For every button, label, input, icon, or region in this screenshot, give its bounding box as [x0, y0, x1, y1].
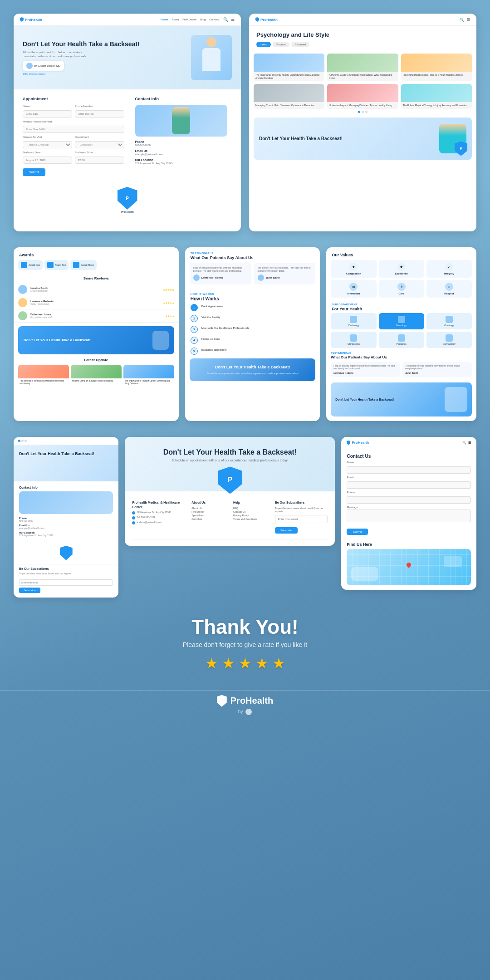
blog-search-icon[interactable]: 🔍 — [460, 18, 464, 22]
mobile-email-input[interactable] — [19, 579, 113, 586]
dermatology-icon — [446, 334, 453, 342]
department-select[interactable]: Cardiology — [75, 141, 124, 148]
footer-about-link-2[interactable]: Find Doctor — [191, 510, 227, 513]
blog-menu-icon[interactable]: ☰ — [467, 18, 470, 22]
blog-tab-latest[interactable]: Latest — [256, 42, 271, 47]
footer-about-link-4[interactable]: Complete — [191, 518, 227, 520]
footer-content: Prohealth Medical & Healthcare Center 12… — [125, 491, 335, 545]
map-pin — [406, 562, 412, 568]
shield-badge-icon: P — [118, 187, 137, 210]
dept-oncology[interactable]: Oncology — [426, 313, 472, 329]
phone-input[interactable] — [75, 110, 124, 118]
blog-tab-popular[interactable]: Popular — [273, 42, 289, 47]
latest-3[interactable]: The Importance of Regular Cancer Screeni… — [123, 365, 174, 387]
nav-find-doctor[interactable]: Find Doctor — [182, 18, 196, 21]
contact-name-input[interactable] — [347, 466, 471, 474]
footer-divider — [132, 539, 328, 539]
mobile-subscribe-button[interactable]: Subscribe — [19, 588, 40, 593]
dept-orthopedics[interactable]: Orthopedics — [331, 332, 376, 348]
dept-pediatrics[interactable]: Pediatrics — [379, 332, 424, 348]
nav-bar: ProHealth Home About Find Doctor Blog Co… — [14, 14, 241, 26]
star-2[interactable]: ★ — [222, 655, 235, 672]
testimonials-label: TESTIMONIALS — [185, 247, 320, 255]
contact-submit-button[interactable]: Submit — [347, 529, 368, 535]
reason-select[interactable]: Routine Checkup — [23, 141, 72, 148]
date-input[interactable] — [23, 157, 72, 164]
awards-reviews-card: Awards Award One Award Two Award Three S… — [14, 247, 179, 421]
dept-neurology[interactable]: Neurology — [379, 313, 424, 329]
blog-card-4[interactable]: Managing Chronic Pain: Treatment Options… — [254, 84, 324, 109]
vtest-card-2: The doctors here are excellent. They too… — [402, 362, 472, 377]
review-text-3: Very professional staff. — [30, 316, 53, 318]
map-marker — [407, 563, 411, 567]
contact-shield-icon — [347, 441, 350, 445]
footer-subscribe-button[interactable]: Subscribe — [275, 527, 298, 534]
footer-grid: Prohealth Medical & Healthcare Center 12… — [132, 500, 328, 533]
brand-footer: ProHealth by — [0, 690, 490, 726]
contact-email-input[interactable] — [347, 481, 471, 489]
blog-card-5[interactable]: Understanding and Managing Diabetes: Tip… — [327, 84, 398, 109]
nav-about[interactable]: About — [172, 18, 179, 21]
dept-cardiology[interactable]: Cardiology — [331, 313, 376, 329]
blog-card-6[interactable]: The Role of Physical Therapy in Injury R… — [401, 84, 472, 109]
contact-menu-icon[interactable]: ☰ — [468, 441, 471, 445]
nav-home[interactable]: Home — [161, 18, 168, 21]
blog-card-2[interactable]: A Parent's Guide to Childhood Vaccinatio… — [327, 54, 398, 81]
latest-1[interactable]: The Benefits of Mindfulness Meditation f… — [18, 365, 69, 387]
footer-about-link-3[interactable]: Specialties — [191, 514, 227, 517]
contact-message-textarea[interactable] — [347, 510, 471, 522]
blog-hero-text: Don't Let Your Health Take a Backseat! — [259, 136, 439, 142]
footer-cta-card: Don't Let Your Health Take a Backseat! S… — [125, 437, 335, 546]
search-icon[interactable]: 🔍 — [223, 17, 228, 22]
value-icon-4: ⊕ — [349, 283, 358, 291]
time-input[interactable] — [75, 157, 124, 164]
thank-you-section: Thank You! Please don't forget to give a… — [0, 602, 490, 690]
neurology-icon — [398, 316, 405, 323]
nav-contact[interactable]: Contact — [209, 18, 219, 21]
footer-about-link-1[interactable]: About Us — [191, 507, 227, 510]
star-1[interactable]: ★ — [205, 655, 218, 672]
footer-email-input[interactable] — [275, 515, 328, 523]
nav-blog[interactable]: Blog — [200, 18, 206, 21]
reason-field: Reason for Visit Routine Checkup — [23, 136, 72, 148]
award-icon-2 — [47, 262, 54, 268]
blog-header: Psychology and Life Style Latest Popular… — [249, 26, 476, 54]
step-icon-4: 4 — [191, 337, 198, 344]
blog-card-1[interactable]: The Importance of Mental Health: Underst… — [254, 54, 324, 81]
footer-shield-container — [134, 466, 326, 494]
values-cta: Don't Let Your Health Take a Backseat! — [331, 382, 472, 416]
contact-email: Email Us example@prohealth.com — [135, 149, 228, 156]
medical-input[interactable] — [23, 126, 124, 133]
step-2: 2 Visit the Facility — [191, 315, 315, 322]
latest-grid: The Benefits of Mindfulness Meditation f… — [14, 365, 179, 387]
blog-nav-logo: ProHealth — [255, 17, 278, 22]
values-cta-figure — [445, 387, 467, 412]
step-3: 3 Meet with Our Healthcare Professionals — [191, 326, 315, 333]
blog-article-grid: The Importance of Mental Health: Underst… — [249, 54, 476, 109]
contact-search-icon[interactable]: 🔍 — [462, 441, 466, 445]
footer-help-link-3[interactable]: Privacy Policy — [233, 514, 269, 517]
name-input[interactable] — [23, 110, 72, 118]
footer-help-link-2[interactable]: Contact Us — [233, 510, 269, 513]
footer-help-link-1[interactable]: FAQ — [233, 507, 269, 510]
doctor-body — [202, 48, 220, 71]
value-icon-5: ⚕ — [397, 283, 406, 291]
mobile-email-item: Email Us example@prohealth.com — [19, 524, 113, 529]
star-3[interactable]: ★ — [239, 655, 252, 672]
star-4[interactable]: ★ — [255, 655, 269, 672]
blog-tab-featured[interactable]: Featured — [291, 42, 309, 47]
value-integrity: ✓ Integrity — [426, 260, 472, 278]
dept-dermatology[interactable]: Dermatology — [426, 332, 472, 348]
step-4: 4 Follow-up Care — [191, 337, 315, 344]
latest-2[interactable]: Healthy Eating on a Budget: Smart Shoppi… — [71, 365, 122, 387]
compassion-icon: ♥ — [349, 263, 358, 271]
footer-help-link-4[interactable]: Terms and Conditions — [233, 518, 269, 520]
menu-icon[interactable]: ☰ — [231, 17, 235, 22]
mobile-subs-title: Be Our Subscribers — [19, 567, 113, 570]
submit-button[interactable]: Submit — [23, 168, 45, 176]
contact-phone-input[interactable] — [347, 496, 471, 504]
blog-card-3[interactable]: Preventing Heart Disease: Tips for a Hea… — [401, 54, 472, 81]
how-it-works-card: TESTIMONIALS What Our Patients Say About… — [185, 247, 320, 421]
star-5[interactable]: ★ — [272, 655, 285, 672]
testimonial-2: The doctors here are excellent. They too… — [254, 263, 316, 284]
